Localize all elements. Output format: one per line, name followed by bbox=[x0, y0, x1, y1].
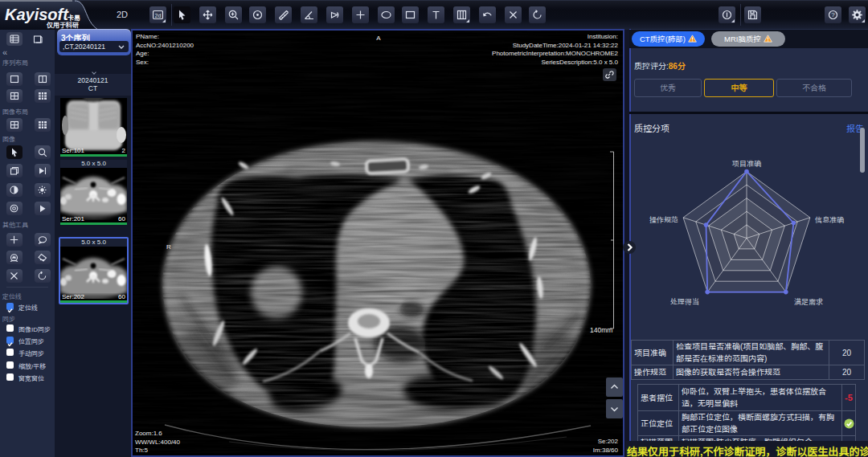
svg-text:满足需求: 满足需求 bbox=[794, 298, 823, 306]
svg-text:仅用于科研: 仅用于科研 bbox=[46, 21, 79, 29]
svg-text:Kayisoft: Kayisoft bbox=[5, 6, 69, 23]
svg-text:信息准确: 信息准确 bbox=[815, 216, 844, 224]
svg-text:?: ? bbox=[831, 11, 835, 18]
svg-text:2d: 2d bbox=[155, 13, 162, 18]
svg-text:卡易: 卡易 bbox=[68, 14, 80, 22]
svg-text:操作规范: 操作规范 bbox=[649, 216, 678, 224]
svg-text:处理得当: 处理得当 bbox=[670, 298, 699, 306]
svg-text:项目准确: 项目准确 bbox=[732, 160, 761, 168]
